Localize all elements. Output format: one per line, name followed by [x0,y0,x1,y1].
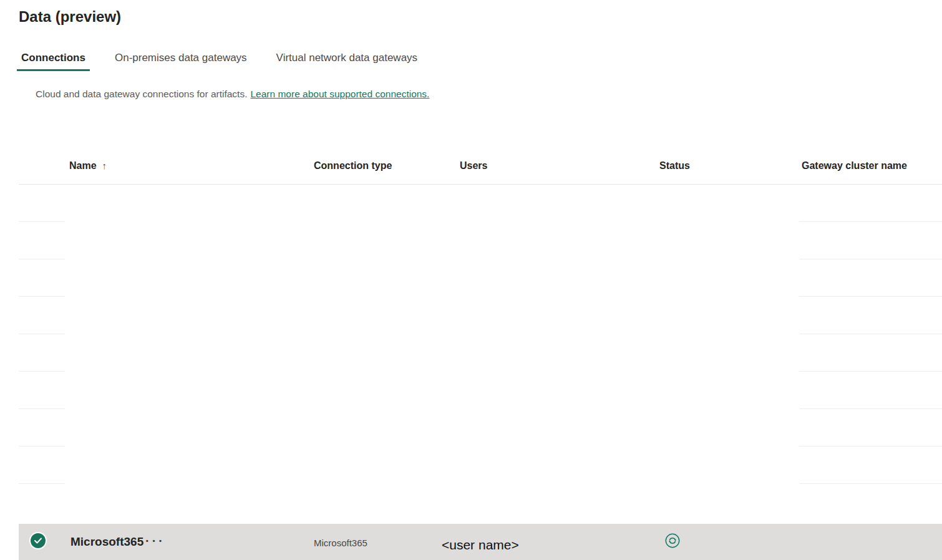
column-header-gateway-cluster-name[interactable]: Gateway cluster name [802,160,907,172]
table-row-empty[interactable] [0,447,942,484]
table-row-empty[interactable] [0,484,942,524]
table-row-empty[interactable] [0,372,942,409]
page-title: Data (preview) [19,8,121,26]
sync-icon [665,533,680,548]
table-row-empty[interactable] [0,409,942,447]
connection-name: Microsoft365 [70,524,143,560]
page-description: Cloud and data gateway connections for a… [36,88,429,100]
column-header-users[interactable]: Users [460,160,487,172]
table-row-empty[interactable] [0,185,942,222]
table-row-empty[interactable] [0,334,942,372]
tab-connections[interactable]: Connections [17,51,90,71]
learn-more-link[interactable]: Learn more about supported connections. [250,89,429,99]
tab-bar: Connections On-premises data gateways Vi… [17,51,422,71]
tab-virtual-network-data-gateways[interactable]: Virtual network data gateways [272,51,422,71]
data-preview-page: Data (preview) Connections On-premises d… [0,0,942,560]
table-row-empty[interactable] [0,222,942,259]
column-header-name[interactable]: Name↑ [69,160,107,172]
tab-on-premises-data-gateways[interactable]: On-premises data gateways [110,51,251,71]
users-value: <user name> [442,524,519,560]
connection-type-value: Microsoft365 [314,524,367,560]
column-header-status[interactable]: Status [659,160,690,172]
more-options-ellipsis-icon[interactable]: ··· [145,523,165,559]
table-row-empty[interactable] [0,297,942,334]
arrow-up-icon: ↑ [102,160,107,171]
table-row-empty[interactable] [0,259,942,297]
description-text: Cloud and data gateway connections for a… [36,89,247,99]
column-header-connection-type[interactable]: Connection type [314,160,392,172]
checkmark-circle-icon[interactable] [31,533,46,548]
empty-rows [0,185,942,524]
table-row-microsoft365[interactable]: Microsoft365 ··· Microsoft365 <user name… [19,524,942,560]
